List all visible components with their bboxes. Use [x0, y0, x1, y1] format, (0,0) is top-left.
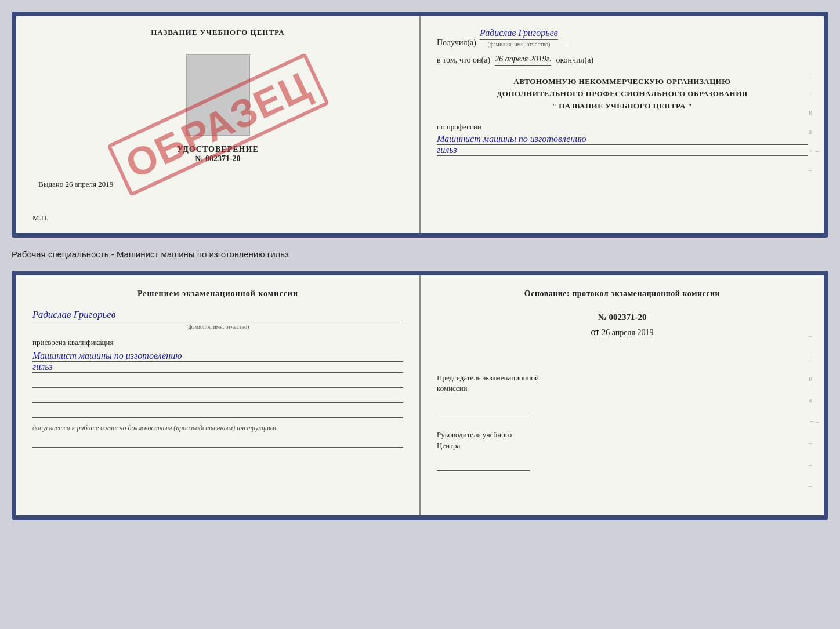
director-title: Руководитель учебного Центра — [437, 430, 808, 450]
date-value: 26 апреля 2019г. — [495, 54, 551, 66]
finished-label: окончил(а) — [556, 56, 593, 65]
top-doc-left: НАЗВАНИЕ УЧЕБНОГО ЦЕНТРА УДОСТОВЕРЕНИЕ №… — [16, 16, 421, 233]
fio-hint-top: (фамилия, имя, отчество) — [480, 41, 558, 48]
qualification-prefix: присвоена квалификация — [32, 338, 403, 347]
profession-name1: Машинист машины по изготовлению — [437, 134, 808, 145]
mark4: и — [809, 108, 819, 117]
profession-prefix: по профессии — [437, 122, 808, 132]
org-line1: АВТОНОМНУЮ НЕКОММЕРЧЕСКУЮ ОРГАНИЗАЦИЮ — [437, 76, 808, 88]
empty-line3 — [32, 409, 403, 418]
chairman-signature-line — [437, 404, 530, 413]
mark2: – — [809, 70, 819, 79]
qualification-name1: Машинист машины по изготовлению — [32, 351, 403, 362]
mark6: ←– — [809, 147, 819, 155]
mark5: а — [809, 128, 819, 136]
mp-label: М.П. — [32, 213, 48, 223]
school-name-top: НАЗВАНИЕ УЧЕБНОГО ЦЕНТРА — [151, 28, 285, 37]
basis-title: Основание: протокол экзаменационной коми… — [437, 289, 808, 299]
decision-title: Решением экзаменационной комиссии — [32, 289, 403, 299]
cert-photo-placeholder — [186, 54, 250, 136]
bmark5: а — [809, 396, 819, 405]
protocol-date: 26 апреля 2019 — [602, 328, 653, 340]
profession-block: по профессии Машинист машины по изготовл… — [437, 122, 808, 156]
bottom-person-name: Радислав Григорьев — [32, 309, 403, 322]
chairman-block: Председатель экзаменационной комиссии — [437, 373, 808, 413]
profession-name2: гильз — [437, 145, 808, 156]
mark3: – — [809, 89, 819, 98]
director-signature-line — [437, 461, 530, 471]
bottom-doc-right: Основание: протокол экзаменационной коми… — [421, 275, 824, 515]
bottom-right-marks: – – – и а ←– – – – — [809, 310, 819, 490]
qualification-name2: гильз — [32, 362, 403, 373]
org-block: АВТОНОМНУЮ НЕКОММЕРЧЕСКУЮ ОРГАНИЗАЦИЮ ДО… — [437, 76, 808, 112]
top-document: НАЗВАНИЕ УЧЕБНОГО ЦЕНТРА УДОСТОВЕРЕНИЕ №… — [12, 12, 828, 238]
director-block: Руководитель учебного Центра — [437, 430, 808, 470]
received-name: Радислав Григорьев — [480, 28, 558, 40]
date-line: в том, что он(а) 26 апреля 2019г. окончи… — [437, 54, 808, 66]
bottom-fio-hint: (фамилия, имя, отчество) — [32, 323, 403, 330]
допускается-prefix: допускается к — [32, 424, 75, 432]
допускается-block: допускается к работе согласно должностны… — [32, 424, 403, 432]
bmark1: – — [809, 310, 819, 319]
cert-word: УДОСТОВЕРЕНИЕ — [177, 145, 258, 154]
empty-line4 — [32, 438, 403, 448]
specialty-label: Рабочая специальность - Машинист машины … — [12, 245, 828, 264]
chairman-title: Председатель экзаменационной комиссии — [437, 373, 808, 394]
right-side-marks: – – – и а ←– – — [809, 51, 819, 174]
bmark7: – — [809, 439, 819, 448]
bmark2: – — [809, 332, 819, 340]
bmark9: – — [809, 482, 819, 490]
received-prefix: Получил(а) — [437, 38, 476, 48]
cert-issued-date: Выдано 26 апреля 2019 — [32, 180, 113, 189]
date-prefix: в том, что он(а) — [437, 56, 490, 65]
cert-number: № 002371-20 — [177, 154, 258, 163]
mark1: – — [809, 51, 819, 60]
protocol-date-wrapper: от 26 апреля 2019 — [437, 327, 808, 357]
cert-title-block: УДОСТОВЕРЕНИЕ № 002371-20 — [177, 145, 258, 163]
protocol-number: № 002371-20 — [437, 312, 808, 322]
empty-line2 — [32, 394, 403, 403]
bmark8: – — [809, 460, 819, 469]
work-text: работе согласно должностным (производств… — [77, 424, 276, 432]
bottom-doc-left: Решением экзаменационной комиссии Радисл… — [16, 275, 421, 515]
org-line3: " НАЗВАНИЕ УЧЕБНОГО ЦЕНТРА " — [437, 100, 808, 112]
mark7: – — [809, 166, 819, 174]
bmark3: – — [809, 353, 819, 362]
top-doc-right: Получил(а) Радислав Григорьев (фамилия, … — [421, 16, 824, 233]
bmark6: ←– — [809, 417, 819, 426]
protocol-date-prefix: от — [591, 327, 600, 337]
empty-line1 — [32, 379, 403, 388]
bmark4: и — [809, 375, 819, 383]
received-line: Получил(а) Радислав Григорьев (фамилия, … — [437, 28, 808, 48]
org-line2: ДОПОЛНИТЕЛЬНОГО ПРОФЕССИОНАЛЬНОГО ОБРАЗО… — [437, 88, 808, 100]
bottom-document: Решением экзаменационной комиссии Радисл… — [12, 271, 828, 520]
